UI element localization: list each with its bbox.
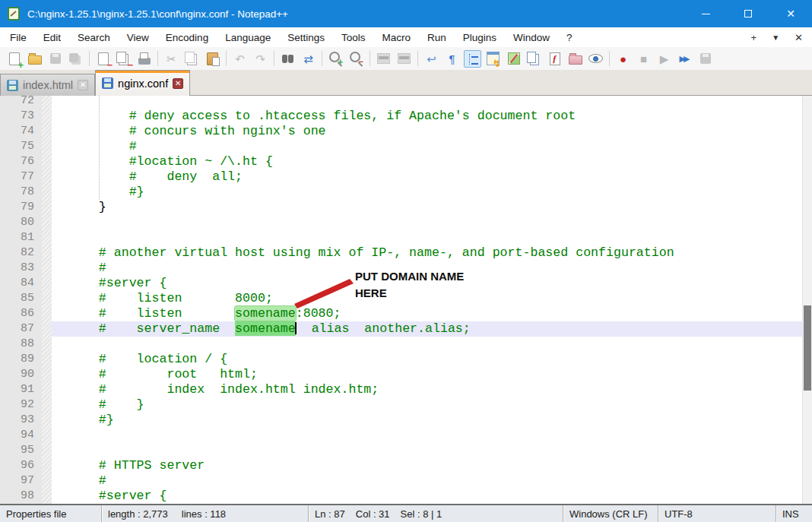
menu-plugins[interactable]: Plugins bbox=[455, 27, 505, 47]
toolbar-separator bbox=[609, 51, 610, 66]
status-encoding[interactable]: UTF-8 bbox=[658, 505, 776, 522]
code-line-89[interactable]: # location / { bbox=[52, 352, 802, 367]
start-recording-macro-icon[interactable]: ● bbox=[614, 50, 632, 68]
code-line-77[interactable]: # deny all; bbox=[52, 169, 802, 185]
close-button[interactable]: ✕ bbox=[769, 0, 812, 27]
menu-language[interactable]: Language bbox=[217, 27, 279, 47]
code-line-74[interactable]: # concurs with nginx's one bbox=[52, 124, 802, 139]
code-line-91[interactable]: # index index.html index.htm; bbox=[52, 382, 802, 397]
zoom-out-icon[interactable]: − bbox=[347, 50, 365, 68]
scrollbar-thumb[interactable] bbox=[804, 305, 811, 391]
tab-nginx-conf[interactable]: nginx.conf✕ bbox=[95, 70, 190, 96]
menu-search[interactable]: Search bbox=[69, 27, 119, 47]
line-number: 98 bbox=[0, 489, 42, 504]
menu-tools[interactable]: Tools bbox=[333, 27, 374, 47]
line-number-gutter[interactable]: 7273747576777879808182838485868788899091… bbox=[0, 96, 42, 504]
word-wrap-icon[interactable]: ↩ bbox=[423, 50, 440, 68]
close-document-icon[interactable]: − bbox=[94, 50, 112, 68]
code-line-80[interactable] bbox=[52, 215, 802, 230]
sync-horizontal-scrolling-icon[interactable] bbox=[395, 50, 413, 68]
code-line-95[interactable] bbox=[52, 443, 802, 458]
line-number: 92 bbox=[0, 397, 42, 413]
function-list-icon[interactable] bbox=[484, 50, 502, 68]
bookmark-margin[interactable] bbox=[42, 96, 52, 504]
open-folder-icon[interactable] bbox=[26, 50, 43, 68]
close-all-documents-icon[interactable]: − bbox=[115, 50, 132, 68]
undo-icon[interactable]: ↶ bbox=[231, 50, 249, 68]
copy-icon[interactable] bbox=[183, 50, 201, 68]
annotation-text: PUT DOMAIN NAME HERE bbox=[355, 268, 464, 302]
line-number: 89 bbox=[0, 352, 42, 367]
editor[interactable]: 7273747576777879808182838485868788899091… bbox=[0, 96, 812, 504]
code-line-78[interactable]: #} bbox=[52, 185, 802, 200]
code-line-73[interactable]: # deny access to .htaccess files, if Apa… bbox=[52, 109, 802, 124]
save-icon[interactable] bbox=[46, 50, 64, 68]
menu-help[interactable]: ? bbox=[558, 27, 581, 47]
line-number: 78 bbox=[0, 185, 42, 200]
save-all-icon[interactable] bbox=[67, 50, 84, 68]
print-icon[interactable] bbox=[135, 50, 153, 68]
code-line-75[interactable]: # bbox=[52, 139, 802, 154]
minimize-button[interactable] bbox=[684, 0, 727, 27]
status-insert-mode[interactable]: INS bbox=[776, 505, 812, 522]
tab-close-icon[interactable]: ✕ bbox=[78, 80, 88, 90]
playback-macro-icon[interactable]: ▶ bbox=[655, 50, 673, 68]
stop-recording-macro-icon[interactable]: ■ bbox=[635, 50, 652, 68]
code-line-96[interactable]: # HTTPS server bbox=[52, 458, 802, 473]
sync-vertical-scrolling-icon[interactable] bbox=[375, 50, 392, 68]
run-macro-multiple-times-icon[interactable]: ▶▶ bbox=[676, 50, 693, 68]
line-numbers: 7273747576777879808182838485868788899091… bbox=[0, 96, 42, 504]
status-eol[interactable]: Windows (CR LF) bbox=[563, 505, 658, 522]
menu-encoding[interactable]: Encoding bbox=[157, 27, 217, 47]
menu-run[interactable]: Run bbox=[419, 27, 455, 47]
code-line-97[interactable]: # bbox=[52, 473, 802, 489]
code-line-88[interactable] bbox=[52, 337, 802, 352]
code-line-72[interactable] bbox=[52, 96, 802, 109]
show-indent-guide-icon[interactable] bbox=[464, 50, 481, 68]
document-switcher-icon[interactable] bbox=[525, 50, 543, 68]
maximize-button[interactable] bbox=[727, 0, 769, 27]
folder-as-workspace-icon[interactable] bbox=[566, 50, 584, 68]
code-line-86[interactable]: # listen somename:8080; bbox=[52, 306, 802, 321]
tab-index-html[interactable]: index.html✕ bbox=[0, 74, 95, 96]
zoom-in-icon[interactable]: + bbox=[327, 50, 344, 68]
code-line-90[interactable]: # root html; bbox=[52, 367, 802, 382]
status-position-section: Ln : 87 Col : 31 Sel : 8 | 1 bbox=[308, 505, 563, 522]
menu-bar: FileEditSearchViewEncodingLanguageSettin… bbox=[0, 27, 812, 47]
menu-file[interactable]: File bbox=[2, 27, 35, 47]
document-map-icon[interactable] bbox=[505, 50, 522, 68]
tab-list-dropdown[interactable]: ▼ bbox=[772, 33, 779, 42]
new-file-icon[interactable]: + bbox=[5, 50, 23, 68]
encoding-label: UTF-8 bbox=[665, 508, 693, 520]
menu-view[interactable]: View bbox=[119, 27, 157, 47]
toolbar-separator bbox=[322, 51, 322, 66]
redo-icon[interactable]: ↷ bbox=[252, 50, 269, 68]
close-tab-button[interactable]: ✕ bbox=[795, 32, 803, 43]
line-number: 77 bbox=[0, 169, 42, 185]
new-tab-button[interactable]: + bbox=[751, 32, 757, 43]
find-icon[interactable] bbox=[279, 50, 297, 68]
monitoring-tail-icon[interactable] bbox=[587, 50, 604, 68]
code-line-87[interactable]: # server_name somename alias another.ali… bbox=[52, 321, 802, 337]
code-line-76[interactable]: #location ~ /\.ht { bbox=[52, 154, 802, 169]
menu-edit[interactable]: Edit bbox=[35, 27, 69, 47]
menu-window[interactable]: Window bbox=[505, 27, 558, 47]
show-all-characters-icon[interactable]: ¶ bbox=[443, 50, 461, 68]
code-line-92[interactable]: # } bbox=[52, 397, 802, 413]
menu-settings[interactable]: Settings bbox=[279, 27, 333, 47]
code-line-82[interactable]: # another virtual host using mix of IP-,… bbox=[52, 245, 802, 261]
status-length-section: length : 2,773 lines : 118 bbox=[101, 505, 308, 522]
code-line-81[interactable] bbox=[52, 230, 802, 245]
cut-icon[interactable]: ✂ bbox=[163, 50, 180, 68]
function-list-panel-icon[interactable] bbox=[546, 50, 563, 68]
replace-icon[interactable]: ⇄ bbox=[300, 50, 317, 68]
save-recorded-macro-icon[interactable] bbox=[696, 50, 714, 68]
code-line-79[interactable]: } bbox=[52, 200, 802, 215]
tab-close-icon[interactable]: ✕ bbox=[173, 78, 183, 89]
code-line-94[interactable] bbox=[52, 428, 802, 443]
code-line-98[interactable]: #server { bbox=[52, 489, 802, 504]
menu-macro[interactable]: Macro bbox=[374, 27, 420, 47]
code-line-93[interactable]: #} bbox=[52, 413, 802, 428]
vertical-scrollbar[interactable] bbox=[802, 96, 812, 504]
paste-icon[interactable] bbox=[204, 50, 221, 68]
